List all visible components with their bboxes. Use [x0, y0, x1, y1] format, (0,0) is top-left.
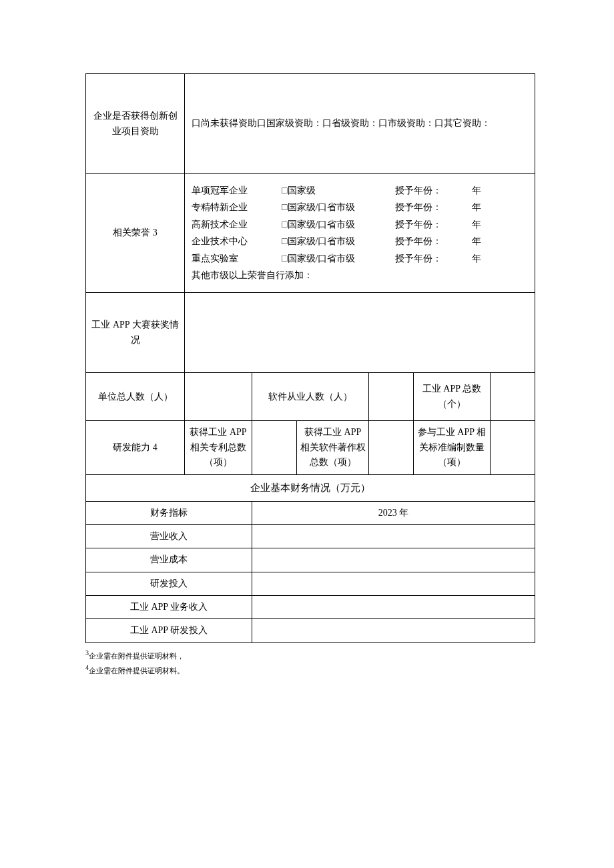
- honor-year-unit: 年: [472, 234, 499, 249]
- honor-level: □国家级/口省市级: [282, 200, 395, 215]
- row-honors: 相关荣誉 3 单项冠军企业 □国家级 授予年份： 年 专精特新企业 □国家级/口…: [86, 174, 535, 293]
- honor-level: □国家级/口省市级: [282, 234, 395, 249]
- finance-col1: 财务指标: [86, 501, 252, 524]
- row-finance-cols: 财务指标 2023 年: [86, 501, 535, 524]
- row-award: 工业 APP 大赛获奖情况: [86, 293, 535, 373]
- honor-year-unit: 年: [472, 183, 499, 198]
- honor-line: 高新技术企业 □国家级/口省市级 授予年份： 年: [192, 218, 528, 232]
- row-finance-item: 研发投入: [86, 572, 535, 595]
- row-finance-item: 营业收入: [86, 524, 535, 548]
- row-finance-item: 营业成本: [86, 548, 535, 572]
- funding-content: 口尚未获得资助口国家级资助：口省级资助：口市级资助：口其它资助：: [185, 74, 535, 174]
- honor-line: 专精特新企业 □国家级/口省市级 授予年份： 年: [192, 200, 528, 215]
- finance-item-label: 研发投入: [86, 572, 252, 595]
- finance-item-label: 工业 APP 业务收入: [86, 596, 252, 619]
- honor-year-unit: 年: [472, 218, 499, 232]
- honors-content: 单项冠军企业 □国家级 授予年份： 年 专精特新企业 □国家级/口省市级 授予年…: [185, 174, 535, 293]
- honor-year-label: 授予年份：: [395, 200, 472, 215]
- row-headcount: 单位总人数（人） 软件从业人数（人） 工业 APP 总数（个）: [86, 373, 535, 421]
- finance-item-value: [252, 619, 535, 642]
- honor-line: 企业技术中心 □国家级/口省市级 授予年份： 年: [192, 234, 528, 249]
- rd-standard-label: 参与工业 APP 相关标准编制数量（项）: [414, 421, 490, 474]
- honor-line: 重点实验室 □国家级/口省市级 授予年份： 年: [192, 252, 528, 266]
- honor-name: 企业技术中心: [192, 234, 282, 249]
- row-rd: 研发能力 4 获得工业 APP 相关专利总数（项） 获得工业 APP 相关软件著…: [86, 421, 535, 474]
- honor-year-unit: 年: [472, 200, 499, 215]
- footnotes: 3企业需在附件提供证明材料， 4企业需在附件提供证明材料。: [85, 647, 535, 677]
- row-finance-item: 工业 APP 业务收入: [86, 596, 535, 619]
- honor-level: □国家级/口省市级: [282, 218, 395, 232]
- app-count-label: 工业 APP 总数（个）: [414, 373, 490, 421]
- footnote-3-text: 企业需在附件提供证明材料，: [89, 652, 184, 660]
- headcount-total-label: 单位总人数（人）: [86, 373, 185, 421]
- honor-level: □国家级/口省市级: [282, 252, 395, 266]
- award-value: [185, 293, 535, 373]
- app-count-value: [490, 373, 535, 421]
- honor-line: 单项冠军企业 □国家级 授予年份： 年: [192, 183, 528, 198]
- honor-year-label: 授予年份：: [395, 252, 472, 266]
- finance-item-value: [252, 572, 535, 595]
- rd-patent-label: 获得工业 APP 相关专利总数（项）: [185, 421, 252, 474]
- finance-item-value: [252, 548, 535, 572]
- honor-year-label: 授予年份：: [395, 218, 472, 232]
- headcount-sw-value: [368, 373, 413, 421]
- honor-year-label: 授予年份：: [395, 234, 472, 249]
- row-funding: 企业是否获得创新创业项目资助 口尚未获得资助口国家级资助：口省级资助：口市级资助…: [86, 74, 535, 174]
- footnote-4: 4企业需在附件提供证明材料。: [85, 662, 535, 677]
- finance-header: 企业基本财务情况（万元）: [86, 474, 535, 501]
- rd-copyright-label: 获得工业 APP 相关软件著作权总数（项）: [297, 421, 369, 474]
- finance-col2: 2023 年: [252, 501, 535, 524]
- rd-patent-value: [252, 421, 296, 474]
- finance-item-value: [252, 524, 535, 548]
- row-finance-item: 工业 APP 研发投入: [86, 619, 535, 642]
- honors-label: 相关荣誉 3: [86, 174, 185, 293]
- honor-level: □国家级: [282, 183, 395, 198]
- honor-extra: 其他市级以上荣誉自行添加：: [192, 268, 528, 283]
- finance-item-label: 工业 APP 研发投入: [86, 619, 252, 642]
- footnote-4-text: 企业需在附件提供证明材料。: [89, 667, 184, 675]
- finance-item-label: 营业成本: [86, 548, 252, 572]
- form-table: 企业是否获得创新创业项目资助 口尚未获得资助口国家级资助：口省级资助：口市级资助…: [85, 73, 535, 643]
- honor-name: 重点实验室: [192, 252, 282, 266]
- funding-label: 企业是否获得创新创业项目资助: [86, 74, 185, 174]
- rd-standard-value: [490, 421, 535, 474]
- honor-name: 单项冠军企业: [192, 183, 282, 198]
- honor-year-unit: 年: [472, 252, 499, 266]
- headcount-total-value: [185, 373, 252, 421]
- honor-name: 高新技术企业: [192, 218, 282, 232]
- honor-name: 专精特新企业: [192, 200, 282, 215]
- finance-item-value: [252, 596, 535, 619]
- footnote-3: 3企业需在附件提供证明材料，: [85, 647, 535, 662]
- award-label: 工业 APP 大赛获奖情况: [86, 293, 185, 373]
- rd-label: 研发能力 4: [86, 421, 185, 474]
- row-finance-header: 企业基本财务情况（万元）: [86, 474, 535, 501]
- headcount-sw-label: 软件从业人数（人）: [252, 373, 368, 421]
- honor-year-label: 授予年份：: [395, 183, 472, 198]
- rd-copyright-value: [368, 421, 413, 474]
- finance-item-label: 营业收入: [86, 524, 252, 548]
